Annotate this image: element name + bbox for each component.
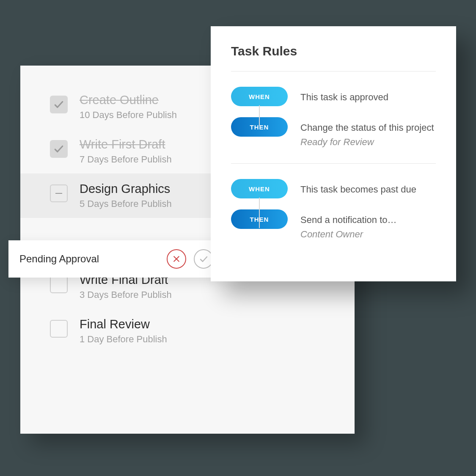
task-rules-panel: Task Rules WHEN This task is approved TH… xyxy=(211,26,456,281)
checkbox-empty-icon[interactable] xyxy=(50,275,68,293)
task-title: Final Review xyxy=(80,317,167,331)
rule-connector-line xyxy=(259,198,260,228)
task-title: Create Outline xyxy=(80,93,177,107)
reject-button[interactable] xyxy=(167,249,186,269)
checkbox-empty-icon[interactable] xyxy=(50,320,68,338)
pending-approval-bar: Pending Approval xyxy=(8,240,224,278)
task-subtitle: 5 Days Before Publish xyxy=(80,198,172,209)
task-text: Final Review 1 Day Before Publish xyxy=(80,317,167,345)
divider xyxy=(231,163,436,164)
pending-approval-label: Pending Approval xyxy=(19,253,159,265)
divider xyxy=(231,71,436,72)
task-title: Write First Draft xyxy=(80,138,172,151)
rule-when-row[interactable]: WHEN This task is approved xyxy=(231,87,436,106)
rule-group: WHEN This task becomes past due THEN Sen… xyxy=(231,179,436,240)
task-subtitle: 7 Days Before Publish xyxy=(80,154,172,165)
rule-group: WHEN This task is approved THEN Change t… xyxy=(231,87,436,148)
task-title: Design Graphics xyxy=(80,182,172,196)
when-pill: WHEN xyxy=(231,179,288,198)
rule-then-text: Change the status of this project xyxy=(300,121,434,134)
task-text: Design Graphics 5 Days Before Publish xyxy=(80,182,172,209)
task-text: Create Outline 10 Days Before Publish xyxy=(80,93,177,121)
rule-then-text: Send a notification to… xyxy=(300,214,396,226)
rule-connector-line xyxy=(259,105,260,126)
rule-when-row[interactable]: WHEN This task becomes past due xyxy=(231,179,436,198)
checkbox-indeterminate-icon[interactable] xyxy=(50,184,68,202)
task-subtitle: 3 Days Before Publish xyxy=(80,289,172,300)
rule-then-row[interactable]: THEN Change the status of this project R… xyxy=(231,117,436,148)
rule-then-row[interactable]: THEN Send a notification to… Content Own… xyxy=(231,209,436,240)
task-subtitle: 1 Day Before Publish xyxy=(80,334,167,345)
task-subtitle: 10 Days Before Publish xyxy=(80,110,177,121)
rule-when-text: This task is approved xyxy=(300,91,388,104)
when-pill: WHEN xyxy=(231,87,288,106)
rules-title: Task Rules xyxy=(231,44,436,58)
checkbox-checked-icon[interactable] xyxy=(50,140,68,158)
rule-when-text: This task becomes past due xyxy=(300,183,416,196)
task-row[interactable]: Final Review 1 Day Before Publish xyxy=(20,309,355,353)
checkbox-checked-icon[interactable] xyxy=(50,96,68,113)
rule-then-value: Content Owner xyxy=(300,228,396,241)
rule-then-value: Ready for Review xyxy=(300,136,434,149)
task-text: Write First Draft 7 Days Before Publish xyxy=(80,138,172,165)
